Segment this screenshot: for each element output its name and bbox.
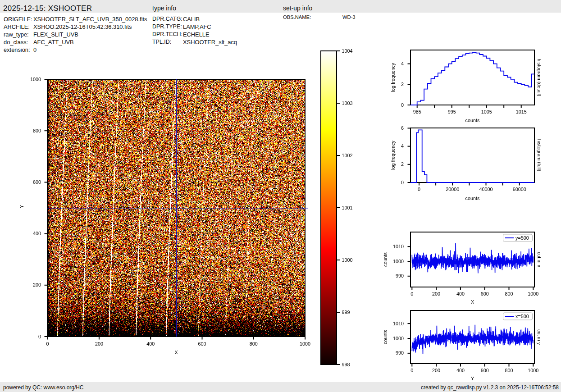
svg-text:800: 800 xyxy=(250,341,258,346)
svg-text:Y: Y xyxy=(19,205,24,208)
svg-text:0: 0 xyxy=(418,187,420,192)
svg-text:995: 995 xyxy=(448,109,456,114)
svg-text:0: 0 xyxy=(401,180,404,185)
svg-text:log frequency: log frequency xyxy=(390,140,396,169)
svg-text:4: 4 xyxy=(401,143,404,149)
svg-text:histogram (full): histogram (full) xyxy=(537,139,542,171)
svg-text:400: 400 xyxy=(146,341,155,346)
svg-text:1000: 1000 xyxy=(300,341,310,346)
svg-text:0: 0 xyxy=(38,334,41,339)
svg-text:y=500: y=500 xyxy=(515,235,529,241)
svg-text:400: 400 xyxy=(33,231,41,236)
svg-text:histogram (detail): histogram (detail) xyxy=(537,59,542,96)
svg-text:20000: 20000 xyxy=(446,187,459,192)
svg-text:1010: 1010 xyxy=(393,321,404,326)
svg-text:200: 200 xyxy=(432,291,440,296)
svg-text:1003: 1003 xyxy=(342,100,353,106)
svg-text:0: 0 xyxy=(46,341,49,346)
svg-text:0: 0 xyxy=(401,102,404,108)
svg-text:600: 600 xyxy=(481,368,489,373)
svg-text:log frequency: log frequency xyxy=(390,63,396,92)
svg-text:600: 600 xyxy=(481,291,489,296)
svg-text:60000: 60000 xyxy=(513,187,526,192)
svg-text:1000: 1000 xyxy=(342,257,353,263)
svg-text:2: 2 xyxy=(401,82,404,87)
svg-text:600: 600 xyxy=(198,341,206,346)
svg-text:1002: 1002 xyxy=(342,153,353,158)
svg-text:1015: 1015 xyxy=(516,109,527,114)
svg-text:1000: 1000 xyxy=(30,77,41,82)
svg-text:1000: 1000 xyxy=(528,368,538,373)
svg-text:1000: 1000 xyxy=(393,259,404,264)
svg-text:800: 800 xyxy=(33,128,41,133)
svg-text:800: 800 xyxy=(505,368,513,373)
svg-text:600: 600 xyxy=(33,179,41,185)
svg-text:985: 985 xyxy=(413,109,421,114)
svg-text:X: X xyxy=(471,299,474,305)
svg-text:1001: 1001 xyxy=(342,205,353,210)
svg-text:0: 0 xyxy=(410,291,413,296)
svg-text:200: 200 xyxy=(33,282,41,287)
svg-text:cut in y: cut in y xyxy=(537,329,542,345)
svg-text:999: 999 xyxy=(342,310,350,315)
svg-text:Y: Y xyxy=(471,376,474,381)
svg-text:998: 998 xyxy=(342,362,350,367)
svg-text:counts: counts xyxy=(383,252,388,266)
svg-text:990: 990 xyxy=(396,350,404,356)
svg-text:X: X xyxy=(174,350,178,355)
svg-text:1010: 1010 xyxy=(393,244,404,249)
svg-text:800: 800 xyxy=(505,291,513,296)
svg-text:1000: 1000 xyxy=(393,336,404,341)
svg-text:990: 990 xyxy=(396,273,404,278)
svg-text:6: 6 xyxy=(401,125,404,131)
svg-text:2: 2 xyxy=(401,161,404,167)
svg-text:counts: counts xyxy=(465,196,480,201)
svg-text:4: 4 xyxy=(401,61,404,66)
svg-text:400: 400 xyxy=(456,368,465,373)
svg-text:counts: counts xyxy=(383,329,388,344)
svg-text:200: 200 xyxy=(432,368,440,373)
svg-text:1004: 1004 xyxy=(342,48,353,54)
svg-text:cut in x: cut in x xyxy=(537,252,542,268)
svg-text:0: 0 xyxy=(410,368,413,373)
svg-text:200: 200 xyxy=(95,341,103,346)
svg-text:counts: counts xyxy=(465,118,480,123)
svg-text:40000: 40000 xyxy=(479,187,493,192)
svg-text:x=500: x=500 xyxy=(515,314,529,319)
svg-text:400: 400 xyxy=(456,291,465,296)
svg-text:1000: 1000 xyxy=(528,291,538,296)
svg-text:1005: 1005 xyxy=(481,109,492,114)
